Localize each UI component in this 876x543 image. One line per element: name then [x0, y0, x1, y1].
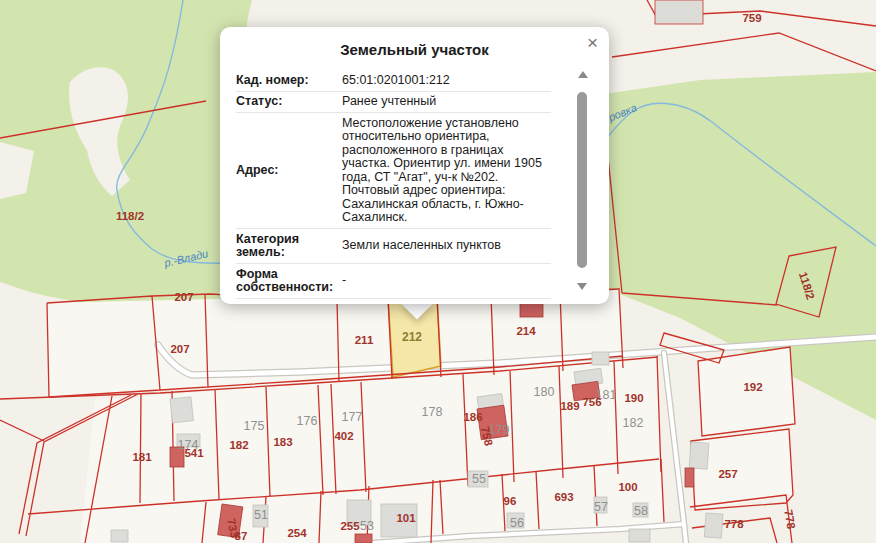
- scrollbar-thumb[interactable]: [577, 92, 587, 268]
- cadastral-map-app: 1741751761771781791801811825153555657587…: [0, 0, 876, 543]
- parcel-label: 207: [174, 291, 193, 303]
- parcel-label: 181: [132, 451, 152, 463]
- scroll-up-arrow-icon[interactable]: [578, 71, 588, 78]
- row-value: Земли населенных пунктов: [342, 239, 551, 253]
- parcel-label: 58: [634, 504, 648, 518]
- info-row-category: Категория земель: Земли населенных пункт…: [236, 228, 551, 263]
- scroll-down-arrow-icon[interactable]: [577, 283, 587, 290]
- row-value: -: [342, 274, 551, 288]
- popup-rows: Кад. номер: 65:01:0201001:212 Статус: Ра…: [236, 70, 551, 304]
- info-row-ownership: Форма собственности: -: [236, 263, 551, 298]
- parcel-label: 778: [782, 509, 797, 531]
- parcel-label: 759: [742, 12, 761, 24]
- parcel-label: 101: [396, 512, 416, 524]
- row-label: Форма собственности:: [236, 268, 334, 295]
- parcel-label: 96: [504, 495, 517, 507]
- parcel-label: 175: [244, 419, 265, 433]
- parcel-label: 55: [472, 472, 486, 486]
- parcel-label: 183: [273, 436, 292, 448]
- parcel-label: 192: [743, 381, 762, 393]
- parcel-label: 56: [510, 516, 524, 530]
- parcel-label: 541: [184, 447, 204, 459]
- info-row-status: Статус: Ранее учтенный: [236, 91, 551, 113]
- parcel-label: 257: [718, 468, 737, 480]
- parcel-label: 176: [297, 414, 318, 428]
- parcel-label: 177: [342, 410, 363, 424]
- parcel-label: 693: [554, 491, 573, 503]
- parcel-info-popup: × Земельный участок Кад. номер: 65:01:02…: [220, 27, 609, 327]
- close-icon[interactable]: ×: [587, 33, 598, 52]
- info-row-address: Адрес: Местоположение установлено относи…: [236, 112, 551, 228]
- parcel-label: 212: [402, 330, 422, 344]
- parcel-label: 189: [560, 400, 579, 412]
- row-label: Статус:: [236, 95, 334, 109]
- row-value: Ранее учтенный: [342, 95, 551, 109]
- parcel-label: 778: [724, 518, 744, 530]
- parcel-label: 255: [340, 520, 360, 532]
- popup-body: × Земельный участок Кад. номер: 65:01:02…: [220, 27, 609, 304]
- parcel-label: 182: [229, 439, 248, 451]
- row-value: [342, 303, 551, 304]
- parcel-label: 57: [594, 500, 608, 514]
- parcel-label: 254: [287, 527, 307, 539]
- parcel-label: 211: [355, 334, 374, 346]
- parcel-label: 87: [235, 530, 248, 542]
- row-label: Категория земель:: [236, 233, 334, 260]
- parcel-label: 182: [623, 416, 644, 430]
- parcel-label: 207: [170, 343, 189, 355]
- row-label: Адрес:: [236, 164, 334, 178]
- parcel-label: 100: [618, 481, 637, 493]
- parcel-label: 190: [624, 392, 643, 404]
- parcel-label: 180: [534, 385, 555, 399]
- info-row-kad-nomer: Кад. номер: 65:01:0201001:212: [236, 70, 551, 91]
- popup-scrollbar[interactable]: [576, 71, 589, 290]
- info-row-kadastrovaya-clipped: Кадастровая: [236, 298, 551, 304]
- row-label: Кад. номер:: [236, 74, 334, 88]
- parcel-label: 51: [254, 508, 268, 522]
- parcel-label: 118/2: [116, 210, 144, 222]
- row-label: Кадастровая: [236, 303, 334, 305]
- row-value: Местоположение установлено относительно …: [342, 117, 551, 225]
- popup-title: Земельный участок: [236, 41, 593, 58]
- parcel-label: 756: [582, 396, 601, 408]
- parcel-label: 186: [463, 411, 482, 423]
- parcel-label: 178: [422, 405, 443, 419]
- row-value: 65:01:0201001:212: [342, 74, 551, 88]
- parcel-label: 402: [334, 430, 353, 442]
- parcel-label: 53: [360, 519, 374, 533]
